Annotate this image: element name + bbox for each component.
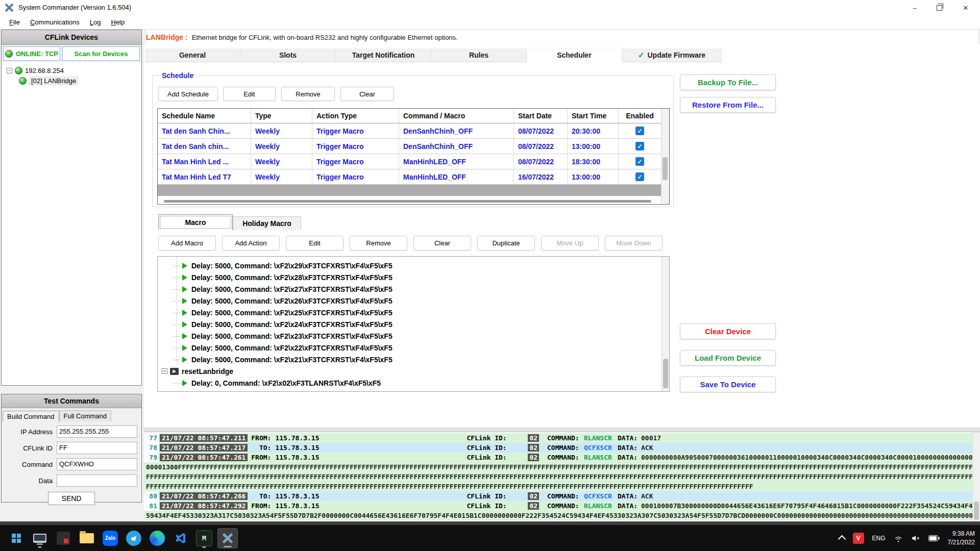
add-schedule-button[interactable]: Add Schedule [158,87,218,101]
duplicate-macro-button[interactable]: Duplicate [477,236,535,251]
macro-list-scrollbar[interactable] [662,257,669,391]
scrollbar-thumb[interactable] [663,157,668,180]
taskbar-app-monitor[interactable] [30,528,50,548]
zalo-button[interactable]: Zalo [100,528,120,548]
minimize-button[interactable]: – [902,0,927,15]
wifi-icon[interactable] [894,534,903,543]
collapse-icon[interactable]: − [162,368,167,374]
enabled-checkbox[interactable]: ✓ [635,157,644,166]
tray-app-badge[interactable]: V [853,533,864,544]
menu-file[interactable]: File [4,16,25,28]
save-to-device-button[interactable]: Save To Device [680,377,776,392]
macro-action-item[interactable]: Delay: 5000, Command: \xF2\x23\xF3TCFXRS… [158,330,662,342]
clock[interactable]: 9:38 AM 7/21/2022 [948,530,975,546]
add-macro-button[interactable]: Add Macro [158,236,216,251]
battery-icon[interactable] [928,535,940,541]
tree-node-lanbridge[interactable]: [02] LANBridge [19,76,141,86]
log-vertical-scrollbar[interactable] [972,432,980,522]
start-button[interactable] [6,528,27,548]
taskbar-app-dark[interactable] [53,528,74,548]
tray-expand-icon[interactable] [838,535,846,543]
system-commander-taskbar-button[interactable] [217,528,238,548]
close-button[interactable]: ✕ [951,0,980,15]
remove-macro-button[interactable]: Remove [350,236,407,251]
table-row[interactable]: Tat Man Hinh Led ... Weekly Trigger Macr… [158,154,669,169]
scrollbar-thumb[interactable] [164,200,651,203]
tab-general[interactable]: General [145,48,240,62]
macro-group-item[interactable]: − ▶ resetLanbridge [158,365,662,377]
tab-target-notification[interactable]: Target Notification [336,48,431,62]
online-status-button[interactable]: ONLINE: TCP [3,46,60,61]
tab-macro[interactable]: Macro [158,214,233,230]
menu-help[interactable]: Help [106,16,130,28]
log-line-number: 77 [144,434,159,442]
clear-device-button[interactable]: Clear Device [680,323,776,339]
system-commander-icon [222,533,233,544]
tab-full-command[interactable]: Full Command [59,410,112,421]
macro-action-item[interactable]: Delay: 5000, Command: \xF2\x21\xF3TCFXRS… [158,354,662,365]
move-down-button[interactable]: Move Down [605,236,663,251]
tab-slots[interactable]: Slots [240,48,336,62]
menu-communications[interactable]: Communications [25,16,85,28]
panel-splitter[interactable] [144,428,980,432]
scrollbar-thumb[interactable] [974,502,979,520]
enabled-checkbox[interactable]: ✓ [635,172,644,181]
macro-action-item[interactable]: Delay: 5000, Command: \xF2\x24\xF3TCFXRS… [158,318,662,330]
data-field[interactable] [57,474,137,487]
volume-muted-icon[interactable] [911,534,920,543]
edit-schedule-button[interactable]: Edit [223,87,276,101]
cflink-id-field[interactable]: FF [57,442,137,454]
language-indicator[interactable]: ENG [872,535,886,542]
edge-button[interactable] [147,528,167,548]
data-label: Data [4,477,57,485]
file-explorer-button[interactable] [77,528,97,548]
edge-icon [150,531,165,546]
add-action-button[interactable]: Add Action [222,236,280,251]
clear-schedule-button[interactable]: Clear [340,87,394,101]
tab-build-command[interactable]: Build Command [3,411,59,422]
menu-log[interactable]: Log [85,16,106,28]
taskbar: Zalo M V ENG 9:38 AM 7/21/2022 [0,525,980,551]
command-field[interactable]: QCFXWHO [57,458,137,470]
telegram-button[interactable] [124,528,144,548]
col-command-macro: Command / Macro [399,109,514,123]
tab-rules[interactable]: Rules [431,48,527,62]
macro-action-item[interactable]: Delay: 5000, Command: \xF2\x22\xF3TCFXRS… [158,342,662,354]
collapse-icon[interactable]: − [7,68,12,73]
table-row[interactable]: Tat Man Hinh Led T7 Weekly Trigger Macro… [158,169,669,185]
remove-schedule-button[interactable]: Remove [281,87,335,101]
tab-update-firmware[interactable]: ✓ Update Firmware [622,48,722,62]
restore-button[interactable] [927,0,951,15]
table-row[interactable]: Tat den Sanh Chin... Weekly Trigger Macr… [158,123,669,139]
scrollbar-thumb[interactable] [663,359,668,388]
backup-to-file-button[interactable]: Backup To File... [680,74,776,90]
macro-action-item[interactable]: Delay: 5000, Command: \xF2\x29\xF3TCFXRS… [158,260,662,271]
table-row[interactable]: Tat den Sanh chin... Weekly Trigger Macr… [158,139,669,154]
terminal-app-button[interactable]: M [194,528,214,548]
action-play-icon [182,263,187,269]
macro-action-item[interactable]: Delay: 0, Command: \xF2\x02\xF3TLANRST\x… [158,377,662,389]
running-indicator [203,546,206,548]
restore-from-file-button[interactable]: Restore From File... [680,97,776,113]
table-vertical-scrollbar[interactable] [661,109,669,204]
vscode-button[interactable] [170,528,191,548]
tree-node-root[interactable]: − 192.68.8.254 [7,65,141,76]
scan-for-devices-button[interactable]: Scan for Devices [62,46,140,61]
send-button[interactable]: SEND [48,492,95,505]
enabled-checkbox[interactable]: ✓ [635,142,644,151]
tab-scheduler[interactable]: Scheduler [527,48,622,62]
macro-action-item[interactable]: Delay: 5000, Command: \xF2\x26\xF3TCFXRS… [158,295,662,307]
macro-action-item[interactable]: Delay: 5000, Command: \xF2\x28\xF3TCFXRS… [158,271,662,283]
tab-holiday-macro[interactable]: Holiday Macro [233,216,301,230]
table-horizontal-scrollbar[interactable] [158,196,662,205]
macro-action-item[interactable]: Delay: 5000, Command: \xF2\x27\xF3TCFXRS… [158,283,662,295]
clear-macro-button[interactable]: Clear [413,236,471,251]
enabled-checkbox[interactable]: ✓ [635,127,644,135]
zalo-icon: Zalo [103,531,118,546]
move-up-button[interactable]: Move Up [541,236,599,251]
vscode-icon [175,532,187,544]
edit-macro-button[interactable]: Edit [286,236,344,251]
macro-action-item[interactable]: Delay: 5000, Command: \xF2\x25\xF3TCFXRS… [158,307,662,318]
ip-address-field[interactable]: 255.255.255.255 [57,425,137,438]
load-from-device-button[interactable]: Load From Device [680,350,776,366]
